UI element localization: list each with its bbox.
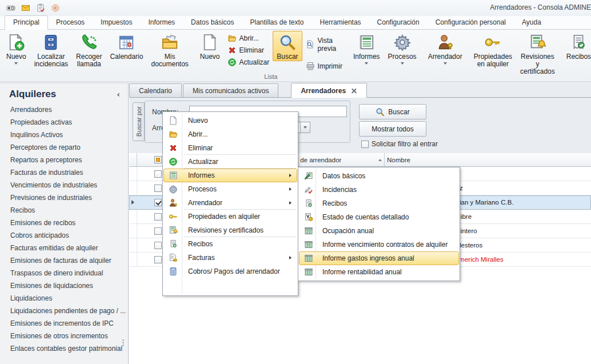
- submenu-item[interactable]: Informe rentabilidad anual: [299, 265, 459, 279]
- abrir-button[interactable]: Abrir...: [224, 33, 273, 44]
- vista-previa-button[interactable]: Vista previa: [302, 35, 346, 54]
- localizar-incidencias-button[interactable]: Localizar incidencias: [30, 31, 72, 69]
- sidebar-item[interactable]: Enlaces contables gestor patrimonial: [0, 342, 128, 355]
- submenu-item[interactable]: Informe vencimiento contratos de alquile…: [299, 238, 459, 251]
- menu-item[interactable]: Abrir...: [163, 127, 297, 141]
- submenu-item[interactable]: Estado de cuentas detallado: [299, 210, 459, 224]
- ribbon-tab[interactable]: Principal: [5, 15, 48, 30]
- ribbon-tab[interactable]: Procesos: [48, 16, 93, 29]
- ribbon-group-general: Nuevo Localizar incidencias Recoger llam…: [2, 31, 193, 82]
- sidebar-item[interactable]: Emisiones de otros incrementos: [0, 330, 128, 342]
- close-icon[interactable]: [351, 87, 357, 94]
- recoger-llamada-button[interactable]: Recoger llamada: [72, 31, 106, 69]
- menu-item[interactable]: Recibos: [163, 237, 297, 251]
- document-tab[interactable]: Calendario: [129, 83, 182, 97]
- sidebar-item[interactable]: Emisiones de incrementos de IPC: [0, 317, 128, 330]
- ribbon-tab[interactable]: Plantillas de texto: [242, 16, 312, 29]
- nuevo-lista-button[interactable]: Nuevo: [196, 31, 224, 61]
- menu-item[interactable]: Cobros/ Pagos del arrendador: [163, 265, 297, 278]
- sidebar-item[interactable]: Perceptores de reparto: [0, 141, 128, 154]
- submenu-item[interactable]: Datos básicos: [299, 169, 459, 183]
- row-checkbox[interactable]: [154, 227, 162, 235]
- sidebar-item[interactable]: Traspasos de dinero individual: [0, 267, 128, 279]
- revisiones-certificados-button[interactable]: Revisiones y certificados: [516, 31, 559, 76]
- dropdown-button[interactable]: [300, 122, 310, 133]
- splitter-handle[interactable]: [122, 339, 124, 347]
- sidebar-item[interactable]: Facturas de industriales: [0, 166, 128, 179]
- sidebar-item[interactable]: Emisiones de liquidaciones: [0, 279, 128, 292]
- ribbon-tab[interactable]: Configuración personal: [428, 16, 514, 29]
- ribbon-tab[interactable]: Informes: [140, 16, 183, 29]
- menu-item[interactable]: Informes: [163, 169, 297, 182]
- procesos-button[interactable]: Procesos: [384, 31, 421, 65]
- broadcast-icon[interactable]: [48, 2, 63, 14]
- submenu-item[interactable]: Recibos: [299, 197, 459, 210]
- ribbon-tab[interactable]: Configuración: [369, 16, 428, 29]
- sidebar-item[interactable]: Propiedades activas: [0, 116, 128, 129]
- sidebar-item[interactable]: Inquilinos Activos: [0, 129, 128, 141]
- buscar-button[interactable]: Buscar: [273, 31, 302, 61]
- sidebar-item[interactable]: Vencimientos de industriales: [0, 179, 128, 191]
- mail-icon[interactable]: [18, 2, 33, 14]
- submenu-item[interactable]: Ocupación anual: [299, 224, 459, 238]
- sidebar-item[interactable]: Emisiones de recibos: [0, 217, 128, 229]
- buscar-panel-button[interactable]: Buscar: [359, 104, 426, 119]
- solicitar-filtro-checkbox[interactable]: [361, 141, 369, 148]
- row-checkbox[interactable]: [154, 185, 162, 192]
- row-checkbox[interactable]: [154, 199, 162, 206]
- sidebar-item[interactable]: Facturas emitidas de alquiler: [0, 242, 128, 254]
- menu-item[interactable]: Facturas: [163, 251, 297, 265]
- mostrar-todos-button[interactable]: Mostrar todos: [359, 121, 426, 137]
- calendario-button[interactable]: Calendario: [106, 31, 147, 61]
- sidebar-item[interactable]: Previsiones de industriales: [0, 191, 128, 204]
- sidebar-item[interactable]: Arrendadores: [0, 103, 128, 116]
- menu-item[interactable]: Procesos: [163, 182, 297, 196]
- column-header-nombre[interactable]: Nombre: [385, 153, 591, 166]
- receipt-icon: [300, 199, 317, 208]
- document-tab[interactable]: Mis comunicados activos: [183, 83, 278, 97]
- refresh-icon: [227, 58, 237, 67]
- menu-item[interactable]: Actualizar: [163, 155, 297, 169]
- app-icon[interactable]: [3, 2, 18, 14]
- submenu-item[interactable]: Incidencias: [299, 183, 459, 197]
- menu-item[interactable]: Propiedades en alquiler: [163, 210, 297, 223]
- sidebar-item[interactable]: Liquidaciones pendientes de pago / ...: [0, 305, 128, 317]
- document-tab[interactable]: Arrendadores: [291, 83, 367, 98]
- menu-item[interactable]: Eliminar: [163, 141, 297, 155]
- row-checkbox[interactable]: [154, 256, 162, 263]
- chevron-down-icon: [401, 62, 404, 65]
- ribbon-tab[interactable]: Herramientas: [312, 16, 369, 29]
- menu-item[interactable]: Arrendador: [163, 196, 297, 210]
- row-checkbox[interactable]: [154, 170, 162, 178]
- sidebar-item[interactable]: Recibos: [0, 204, 128, 217]
- sidebar-item[interactable]: Emisiones de facturas de alquiler: [0, 254, 128, 267]
- propiedades-en-alquiler-button[interactable]: Propiedades en alquiler: [470, 31, 516, 69]
- informes-button[interactable]: Informes: [349, 31, 384, 65]
- collapse-chevron-icon[interactable]: ‹: [117, 90, 120, 99]
- invoice-icon: [164, 253, 182, 262]
- menu-item[interactable]: Nuevo: [163, 114, 297, 127]
- cabinet-icon: [42, 34, 59, 51]
- buscar-por-tab[interactable]: Buscar por: [133, 102, 145, 141]
- ribbon-tab[interactable]: Impuestos: [93, 16, 140, 29]
- row-checkbox[interactable]: [154, 242, 162, 249]
- ribbon-tab[interactable]: Datos básicos: [183, 16, 242, 29]
- submenu-item[interactable]: Informe gastos ingresos anual: [299, 251, 459, 265]
- search-icon: [279, 34, 296, 51]
- sidebar-item[interactable]: Cobros anticipados: [0, 229, 128, 242]
- column-header-tipo[interactable]: Tipo de arrendador: [283, 153, 385, 166]
- select-all-checkbox[interactable]: [154, 156, 162, 163]
- recibos-button[interactable]: Recibos: [562, 31, 591, 61]
- arrendador-button[interactable]: Arrendador: [424, 31, 466, 65]
- ribbon-tab[interactable]: Ayuda: [514, 16, 549, 29]
- tasks-icon[interactable]: [33, 2, 48, 14]
- sidebar-item[interactable]: Repartos a perceptores: [0, 154, 128, 166]
- eliminar-button[interactable]: Eliminar: [224, 45, 273, 56]
- mis-documentos-button[interactable]: Mis documentos: [147, 31, 192, 69]
- imprimir-button[interactable]: Imprimir: [302, 61, 346, 72]
- actualizar-button[interactable]: Actualizar: [224, 57, 273, 68]
- sidebar-item[interactable]: Liquidaciones: [0, 292, 128, 305]
- nuevo-button[interactable]: Nuevo: [2, 31, 30, 65]
- menu-item[interactable]: Revisiones y certificados: [163, 223, 297, 237]
- row-checkbox[interactable]: [154, 213, 162, 221]
